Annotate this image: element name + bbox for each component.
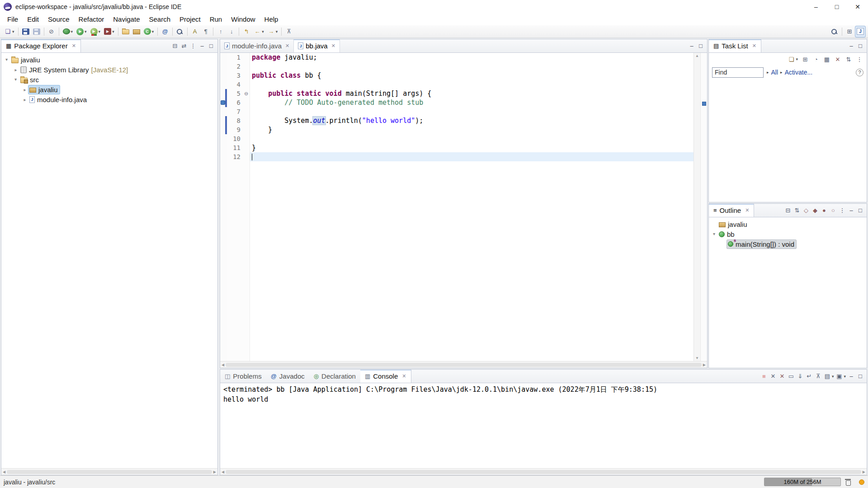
display-selected-console-button[interactable]: ▤▾ <box>823 371 835 381</box>
pin-console-button[interactable]: ⊼ <box>814 371 823 381</box>
scroll-right-icon[interactable]: ▶ <box>863 470 865 474</box>
maximize-view-button[interactable]: □ <box>856 371 865 381</box>
scrollbar-thumb[interactable] <box>7 470 212 474</box>
collapse-all-button[interactable]: ⊟ <box>170 41 179 51</box>
annotation-cell-line-8[interactable] <box>220 116 227 125</box>
mark-occurrences-button[interactable]: A <box>190 26 200 37</box>
line-number-gutter[interactable]: 123456789101112 <box>227 53 243 361</box>
open-perspective-button[interactable]: ⊞ <box>844 26 854 37</box>
close-icon[interactable]: ✕ <box>745 207 749 213</box>
line-number-1[interactable]: 1 <box>227 53 243 62</box>
previous-annotation-button[interactable]: ↑ <box>216 26 226 37</box>
annotation-cell-line-5[interactable] <box>220 89 227 98</box>
minimize-editor-button[interactable]: – <box>687 41 696 51</box>
outline-item-bb[interactable]: ▸bb <box>709 229 867 239</box>
menu-refactor[interactable]: Refactor <box>74 14 109 24</box>
scheduled-presentation-button[interactable]: ◔ <box>811 54 821 65</box>
annotation-ruler[interactable] <box>220 53 227 361</box>
chevron-expanded-icon[interactable]: ▸ <box>5 56 9 63</box>
line-number-10[interactable]: 10 <box>227 134 243 143</box>
word-wrap-button[interactable]: ↵ <box>805 371 814 381</box>
maximize-view-button[interactable]: □ <box>207 41 216 51</box>
code-line-6[interactable]: // TODO Auto-generated method stub <box>250 98 693 107</box>
code-line-2[interactable] <box>250 62 693 71</box>
editor-tab-bb-java[interactable]: bb.java✕ <box>294 39 340 52</box>
menu-file[interactable]: File <box>3 14 23 24</box>
scroll-down-icon[interactable]: ▼ <box>695 356 699 360</box>
tab-task-list[interactable]: ▤ Task List ✕ <box>709 39 761 52</box>
scroll-up-icon[interactable]: ▲ <box>695 54 699 58</box>
close-icon[interactable]: ✕ <box>331 43 335 49</box>
annotation-cell-line-10[interactable] <box>220 134 227 143</box>
explorer-item-javaliu[interactable]: ▸javaliu <box>1 84 217 94</box>
fold-marker-icon[interactable]: ⊖ <box>243 89 250 98</box>
view-menu-button[interactable]: ⋮ <box>838 206 847 216</box>
quick-access-search-button[interactable] <box>830 26 840 37</box>
clear-console-button[interactable]: ▭ <box>787 371 796 381</box>
tab-problems[interactable]: ◫Problems <box>220 370 266 383</box>
java-perspective-button[interactable] <box>855 26 865 37</box>
chevron-expanded-icon[interactable]: ▸ <box>14 76 19 83</box>
generate-javadoc-button[interactable]: @ <box>160 26 170 37</box>
last-edit-location-button[interactable]: ↰ <box>241 26 251 37</box>
tab-package-explorer[interactable]: ▦ Package Explorer ✕ <box>1 39 81 52</box>
line-number-3[interactable]: 3 <box>227 71 243 80</box>
editor-hscrollbar[interactable]: ◀ ▶ <box>220 361 707 368</box>
line-number-9[interactable]: 9 <box>227 125 243 134</box>
show-whitespace-button[interactable]: ¶ <box>201 26 211 37</box>
annotation-cell-line-6[interactable] <box>220 98 227 107</box>
line-number-8[interactable]: 8 <box>227 116 243 125</box>
synchronize-tasks-button[interactable]: ⇅ <box>844 54 854 65</box>
code-line-11[interactable]: } <box>250 143 693 152</box>
open-console-button[interactable]: ▣▾ <box>835 371 847 381</box>
scroll-left-icon[interactable]: ◀ <box>222 470 224 474</box>
garbage-collect-icon[interactable] <box>844 478 852 486</box>
annotation-cell-line-1[interactable] <box>220 53 227 62</box>
code-line-4[interactable] <box>250 80 693 89</box>
minimize-button[interactable]: – <box>806 0 826 14</box>
new-java-package-button[interactable] <box>132 26 142 37</box>
link-activate[interactable]: Activate... <box>785 69 812 76</box>
editor-vscrollbar[interactable]: ▲ ▼ <box>693 53 700 361</box>
line-number-2[interactable]: 2 <box>227 62 243 71</box>
new-java-class-button[interactable]: ▾ <box>142 26 156 37</box>
sort-alphabetically-button[interactable]: ⇅ <box>793 206 802 216</box>
help-icon[interactable]: ? <box>856 69 863 76</box>
link-all[interactable]: All <box>771 69 778 76</box>
menu-source[interactable]: Source <box>43 14 74 24</box>
hide-non-public-members-button[interactable]: ● <box>820 206 829 216</box>
scroll-lock-button[interactable]: ⇓ <box>796 371 805 381</box>
minimize-view-button[interactable]: – <box>847 371 856 381</box>
scroll-right-icon[interactable]: ▶ <box>703 363 706 367</box>
scrollbar-thumb[interactable] <box>226 363 702 367</box>
code-line-3[interactable]: public class bb { <box>250 71 693 80</box>
code-line-7[interactable] <box>250 107 693 116</box>
console-hscrollbar[interactable]: ◀ ▶ <box>220 468 867 475</box>
close-icon[interactable]: ✕ <box>402 373 406 379</box>
line-number-12[interactable]: 12 <box>227 152 243 161</box>
maximize-view-button[interactable]: □ <box>856 206 865 216</box>
link-with-editor-button[interactable]: ⇄ <box>179 41 189 51</box>
task-overview-marker[interactable] <box>702 102 706 106</box>
maximize-view-button[interactable]: □ <box>856 41 865 51</box>
notification-dot-icon[interactable] <box>859 479 864 485</box>
menu-run[interactable]: Run <box>205 14 227 24</box>
menu-edit[interactable]: Edit <box>23 14 43 24</box>
new-java-project-button[interactable] <box>121 26 131 37</box>
chevron-collapsed-icon[interactable]: ▸ <box>12 67 19 72</box>
maximize-button[interactable]: □ <box>826 0 847 14</box>
task-find-input[interactable] <box>712 67 764 78</box>
new-task-button[interactable]: ❏▾ <box>786 54 799 65</box>
annotation-cell-line-12[interactable] <box>220 152 227 161</box>
tab-javadoc[interactable]: @Javadoc <box>266 370 309 383</box>
close-button[interactable]: ✕ <box>847 0 868 14</box>
annotation-cell-line-2[interactable] <box>220 62 227 71</box>
categorized-presentation-button[interactable]: ⊞ <box>800 54 810 65</box>
line-number-7[interactable]: 7 <box>227 107 243 116</box>
explorer-item-javaliu[interactable]: ▸javaliu <box>1 55 217 65</box>
new-wizard-button[interactable]: ❏▾ <box>3 26 16 37</box>
view-menu-button[interactable]: ⋮ <box>189 41 198 51</box>
console-content[interactable]: <terminated> bb [Java Application] C:\Pr… <box>220 383 867 468</box>
annotation-cell-line-7[interactable] <box>220 107 227 116</box>
hide-fields-button[interactable]: ◇ <box>802 206 811 216</box>
